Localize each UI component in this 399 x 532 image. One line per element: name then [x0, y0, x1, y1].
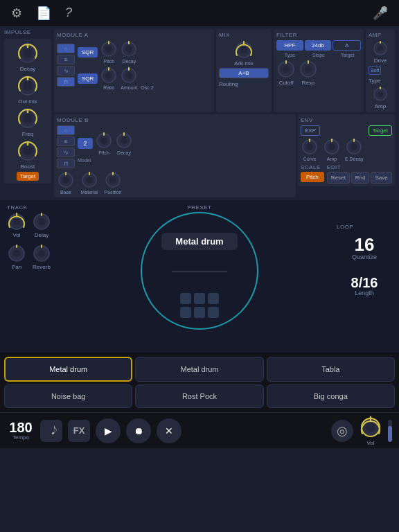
loop-quantize-value: 16 [337, 236, 392, 254]
settings-icon[interactable]: ⚙ [11, 6, 22, 21]
loop-quantize-label: Quantize [337, 254, 392, 260]
osc1-row: ○ ≡ ∿ ⊓ SQR [57, 40, 211, 90]
svg-point-5 [23, 114, 33, 123]
svg-point-27 [100, 137, 107, 144]
instr-btn-3[interactable]: Noise bag [4, 384, 132, 408]
amp-drive-knob[interactable]: Drive [369, 40, 392, 64]
filter-24db-btn[interactable]: 24db [305, 40, 332, 51]
moduleb-base-knob[interactable]: Base [57, 171, 75, 195]
track-pan-knob[interactable]: Pan [7, 244, 26, 270]
track-vol-knob[interactable]: Vol [7, 212, 26, 238]
play-btn[interactable]: ▶ [96, 418, 121, 443]
impulse-target-btn[interactable]: Target [17, 172, 39, 181]
track-pan-label: Pan [12, 264, 21, 270]
tempo-label: Tempo [12, 434, 29, 441]
svg-point-7 [23, 146, 33, 156]
svg-point-39 [328, 143, 335, 150]
svg-point-17 [240, 46, 247, 53]
mix-abmix-label: A/B mix [234, 60, 254, 66]
svg-point-9 [105, 46, 112, 53]
tempo-value: 180 [9, 420, 32, 434]
file-icon[interactable]: 📄 [36, 6, 51, 21]
edit-reset-btn[interactable]: Reset [327, 172, 350, 184]
mix-panel: MIX A/B mix A+B Routing [216, 29, 272, 112]
osc1-pitch-knob[interactable]: Pitch [100, 40, 118, 64]
impulse-decay-label: Decay [20, 66, 36, 72]
track-pan-reverb-row: Pan Reverb [7, 244, 62, 270]
filter-a-btn[interactable]: A [332, 40, 361, 51]
osc1-decay-knob[interactable]: Decay [120, 40, 138, 64]
impulse-decay-knob[interactable]: Decay [16, 42, 39, 72]
moduleb-wave-saw[interactable]: ∿ [57, 148, 75, 157]
env-edecay-knob[interactable]: E Decay [345, 138, 363, 161]
metronome-btn[interactable]: 𝅘𝅥𝅮 [40, 420, 62, 442]
mic-icon[interactable]: 🎤 [373, 6, 388, 21]
track-delay-knob[interactable]: Delay [32, 212, 51, 238]
osc1-wave-selector: ○ ≡ ∿ ⊓ [57, 44, 75, 87]
vol-knob[interactable]: Vol [359, 416, 382, 446]
env-exp-btn[interactable]: EXP [301, 125, 320, 136]
impulse-boost-label: Boost [21, 163, 35, 170]
record-btn[interactable]: ⏺ [126, 418, 151, 443]
osc2-ratio-knob[interactable]: Ratio [100, 66, 118, 90]
moduleb-position-knob[interactable]: Position [104, 171, 122, 195]
filter-cutoff-knob[interactable]: Cutoff [276, 60, 296, 86]
target-circle-btn[interactable]: ◎ [331, 420, 353, 442]
impulse-boost-knob[interactable]: Boost [16, 139, 39, 170]
svg-point-25 [378, 91, 383, 97]
vol-bar[interactable] [388, 420, 392, 442]
osc2-sqr-btn[interactable]: SQR [78, 73, 98, 84]
amp-soft-btn[interactable]: Soft [369, 66, 381, 75]
track-reverb-knob[interactable]: Reverb [32, 244, 51, 270]
osc1-wave-m[interactable]: ⊓ [57, 77, 75, 87]
vol-bar-fill [388, 426, 392, 441]
instr-btn-0[interactable]: Metal drum [4, 357, 132, 382]
moduleb-pitch-knob[interactable]: Pitch [95, 132, 113, 155]
scale-pitch-btn[interactable]: Pitch [301, 172, 324, 182]
osc2-amount-knob[interactable]: Amount [120, 66, 138, 90]
synth-section: IMPULSE Decay Out mi [0, 26, 399, 200]
instr-btn-5[interactable]: Big conga [267, 384, 395, 408]
stop-btn[interactable]: ✕ [157, 418, 181, 443]
impulse-outmix-knob[interactable]: Out mix [16, 74, 39, 105]
moduleb-row1-labels: Model [78, 158, 133, 163]
filter-slope-label: Slope [305, 53, 332, 57]
osc1-wave-lines[interactable]: ≡ [57, 55, 75, 64]
fx-btn[interactable]: FX [68, 420, 90, 442]
osc1-wave-ellipse[interactable]: ○ [57, 44, 75, 53]
moduleb-material-knob[interactable]: Material [80, 171, 98, 195]
moduleb-num-btn[interactable]: 2 [78, 138, 93, 149]
filter-hpf-btn[interactable]: HPF [276, 40, 303, 51]
svg-point-21 [305, 66, 312, 73]
osc1-wave-saw[interactable]: ∿ [57, 66, 75, 76]
preset-circle[interactable]: Metal drum [141, 212, 258, 330]
instr-btn-1[interactable]: Metal drum [135, 357, 263, 382]
moduleb-wave-lines[interactable]: ≡ [57, 136, 75, 146]
env-amp-knob[interactable]: Amp [323, 138, 341, 161]
moduleb-material-label: Material [81, 190, 98, 195]
amp-amp-label: Amp [375, 103, 386, 109]
osc1-sqr-btn[interactable]: SQR [78, 47, 98, 57]
instr-btn-2[interactable]: Tabla [267, 357, 395, 382]
instr-btn-4[interactable]: Rost Pock [135, 384, 263, 408]
edit-save-btn[interactable]: Save [371, 172, 391, 184]
mix-routing-btn[interactable]: A+B [219, 68, 269, 78]
impulse-freq-knob[interactable]: Freq [16, 107, 39, 137]
env-target-btn[interactable]: Target [369, 125, 392, 136]
help-icon[interactable]: ? [65, 6, 72, 21]
moduleb-decay-knob[interactable]: Decay [115, 132, 133, 155]
preset-dots [180, 293, 219, 318]
moduleb-model-label: Model [78, 158, 91, 163]
moduleb-wave-m[interactable]: ⊓ [57, 159, 75, 168]
moduleb-wave-ellipse[interactable]: ○ [57, 125, 75, 135]
filter-reso-knob[interactable]: Reso [299, 60, 318, 86]
impulse-panel: IMPULSE Decay Out mi [4, 29, 51, 197]
loop-length-value: 8/16 [337, 276, 392, 290]
edit-rnd-btn[interactable]: Rnd [351, 172, 370, 184]
module-a-panel: MODULE A ○ ≡ ∿ ⊓ SQR [54, 29, 214, 112]
env-curve-knob[interactable]: Curve [301, 138, 319, 161]
amp-amp-knob[interactable]: Amp [369, 86, 392, 109]
preset-dot-5 [194, 307, 205, 318]
mix-abmix-knob[interactable]: A/B mix [219, 40, 269, 66]
amp-type-label: Type [369, 78, 380, 84]
